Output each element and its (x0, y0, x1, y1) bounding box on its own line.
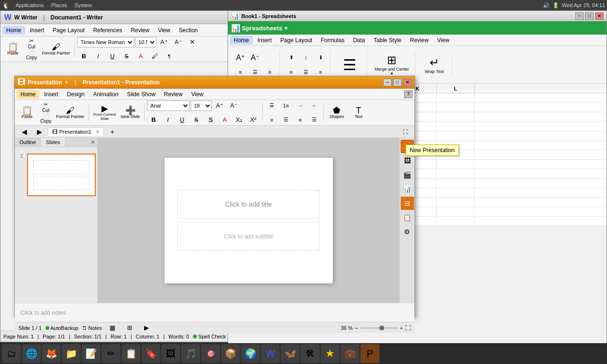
presentation-maximize-btn[interactable]: □ (393, 79, 402, 86)
presentation-minimize-btn[interactable]: ─ (383, 79, 392, 86)
writer-font-select[interactable]: Times New Roman (77, 37, 134, 47)
writer-font-color-btn[interactable]: A (134, 50, 147, 63)
pres-align-center-btn[interactable]: ☰ (279, 113, 293, 127)
writer-strikethrough-btn[interactable]: S̶ (120, 50, 133, 63)
ss-font-shrink-btn[interactable]: A⁻ (248, 51, 262, 64)
slide-subtitle-box[interactable]: Click to add subtitle (177, 222, 320, 251)
view-grid-btn[interactable]: ⊞ (123, 324, 136, 332)
spreadsheet-maximize-btn[interactable]: □ (585, 12, 594, 20)
zoom-decrease-btn[interactable]: ─ (355, 325, 359, 331)
writer-char-style-btn[interactable]: ¶ (163, 50, 176, 63)
taskbar-briefcase-btn[interactable]: 💼 (340, 344, 359, 363)
pres-nav-back-btn[interactable]: ◀ (18, 125, 31, 138)
panel-icon-4[interactable]: ⊟ (401, 197, 414, 210)
taskbar-star-btn[interactable]: ★ (321, 344, 340, 363)
pres-align-right-btn[interactable]: ≡ (294, 113, 307, 127)
cell-l12[interactable] (437, 198, 475, 207)
taskbar-tools-btn[interactable]: 🛠 (301, 344, 320, 363)
writer-menu-insert[interactable]: Insert (26, 26, 48, 35)
pres-fullscreen-btn[interactable]: ⛶ (398, 125, 412, 138)
cell-l10[interactable] (437, 179, 475, 188)
pres-menu-view[interactable]: View (187, 90, 207, 99)
pres-strikethrough-btn[interactable]: S̶ (190, 113, 203, 127)
pres-menu-home[interactable]: Home (17, 90, 39, 99)
taskbar-clipboard-btn[interactable]: 📋 (121, 344, 140, 363)
writer-underline-btn[interactable]: U (106, 50, 119, 63)
writer-highlight-btn[interactable]: 🖊 (148, 50, 162, 63)
ss-menu-review[interactable]: Review (406, 36, 432, 45)
pres-font-select[interactable]: Arial (147, 100, 190, 111)
spreadsheet-app-btn[interactable]: 📊 Spreadsheets ▼ (231, 24, 288, 33)
pres-subscript-btn[interactable]: X₂ (232, 113, 246, 127)
ss-menu-data[interactable]: Data (349, 36, 368, 45)
pres-bullet-btn[interactable]: ☰ (265, 99, 278, 112)
taskbar-music-btn[interactable]: 🎵 (181, 344, 200, 363)
writer-menu-home[interactable]: Home (2, 26, 25, 35)
pres-num-list-btn[interactable]: 1≡ (279, 99, 293, 112)
slides-panel-close[interactable]: ✕ (91, 139, 95, 146)
writer-font-shrink-btn[interactable]: A⁻ (172, 36, 185, 49)
pres-shapes-btn[interactable]: ⬟ Shapes (326, 102, 347, 124)
slide-title-box[interactable]: Click to add title (177, 190, 320, 218)
cell-l11[interactable] (437, 188, 475, 197)
ss-menu-home[interactable]: Home (230, 36, 253, 45)
cell-l14[interactable] (437, 217, 475, 226)
cell-l9[interactable] (437, 169, 475, 178)
pres-menu-review[interactable]: Review (160, 90, 186, 99)
slides-tab-outline[interactable]: Outline (15, 138, 41, 146)
pres-italic-btn[interactable]: I (161, 113, 175, 127)
taskbar-chrome-btn[interactable]: 🌐 (22, 344, 41, 363)
slide-thumbnail-1[interactable]: 1 (27, 154, 96, 196)
taskbar-image-btn[interactable]: 🖼 (161, 344, 180, 363)
panel-icon-1[interactable]: 🖼 (401, 154, 414, 167)
view-normal-btn[interactable]: ▦ (106, 324, 119, 332)
pres-align-left-btn[interactable]: ≡ (265, 113, 278, 127)
cell-l13[interactable] (437, 207, 475, 216)
applications-menu[interactable]: Applications (14, 2, 46, 8)
panel-icon-3[interactable]: 📊 (401, 182, 414, 196)
ss-top-align-btn[interactable]: ⬆ (285, 51, 298, 64)
writer-menu-section[interactable]: Section (175, 26, 202, 35)
col-header-l[interactable]: L (437, 84, 475, 93)
taskbar-pencil-btn[interactable]: ✏ (101, 344, 120, 363)
writer-format-painter-btn[interactable]: 🖌 Format Painter (40, 38, 72, 60)
places-menu[interactable]: Places (49, 2, 69, 8)
pres-format-painter-btn[interactable]: 🖌 Format Painter (54, 102, 86, 124)
spreadsheet-minimize-btn[interactable]: ─ (575, 12, 584, 20)
ss-merge-center-btn[interactable]: ⊞ Merge and Center ▼ (372, 52, 412, 78)
pres-copy-btn[interactable]: 📄 Copy (38, 113, 53, 123)
presentation-doc-tab[interactable]: 🎞 Presentation1 ✕ (48, 127, 104, 136)
zoom-fit-btn[interactable]: ⛶ (405, 325, 411, 331)
writer-copy-btn[interactable]: 📄 Copy (24, 49, 39, 60)
presentation-notes[interactable]: Click to add notes (15, 303, 414, 322)
pres-shadow-btn[interactable]: S (204, 113, 217, 127)
pres-from-current-btn[interactable]: ▶ From CurrentSlide (92, 102, 118, 124)
taskbar-globe-btn[interactable]: 🌍 (241, 344, 260, 363)
pres-menu-animation[interactable]: Animation (89, 90, 122, 99)
pres-new-slide-btn[interactable]: ➕ New Slide (119, 102, 142, 124)
pres-justify-btn[interactable]: ☰ (308, 113, 321, 127)
presentation-tab-close[interactable]: ✕ (95, 129, 100, 135)
writer-menu-view[interactable]: View (154, 26, 174, 35)
taskbar-firefox-btn[interactable]: 🦊 (42, 344, 61, 363)
ss-menu-view[interactable]: View (433, 36, 453, 45)
panel-icon-5[interactable]: 📋 (401, 211, 414, 224)
cell-l4[interactable] (437, 122, 475, 131)
panel-icon-2[interactable]: 🎬 (401, 168, 414, 182)
pres-paste-btn[interactable]: 📋 Paste (17, 102, 37, 124)
taskbar-bookmark-btn[interactable]: 🔖 (141, 344, 160, 363)
slides-tab-slides[interactable]: Slides (41, 138, 65, 146)
pres-font-color-btn[interactable]: A (218, 113, 231, 127)
ss-mid-align-btn[interactable]: ↕ (299, 51, 313, 64)
taskbar-files-btn[interactable]: 🗂 (2, 344, 21, 363)
writer-menu-pagelayout[interactable]: Page Layout (49, 26, 88, 35)
ss-menu-tablestyle[interactable]: Table Style (370, 36, 405, 45)
cell-l5[interactable] (437, 131, 475, 140)
presentation-close-btn[interactable]: ✕ (403, 79, 412, 86)
writer-font-grow-btn[interactable]: A⁺ (157, 36, 171, 49)
zoom-slider[interactable] (360, 327, 398, 329)
taskbar-butterfly-btn[interactable]: 🦋 (281, 344, 300, 363)
pres-superscript-btn[interactable]: X² (247, 113, 260, 127)
ss-menu-formulas[interactable]: Formulas (317, 36, 348, 45)
zoom-increase-btn[interactable]: + (400, 325, 403, 331)
